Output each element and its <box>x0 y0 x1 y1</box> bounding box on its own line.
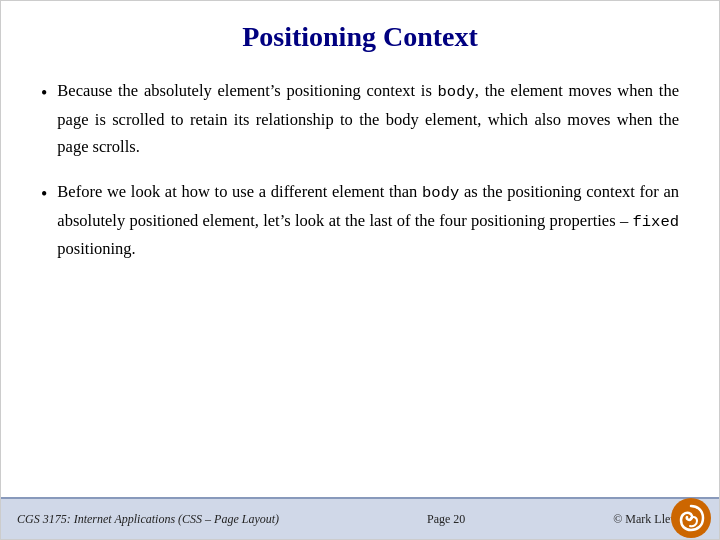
footer: CGS 3175: Internet Applications (CSS – P… <box>1 497 719 539</box>
bullet-item-1: • Because the absolutely element’s posit… <box>41 77 679 160</box>
slide-content: Positioning Context • Because the absolu… <box>1 1 719 497</box>
footer-center: Page 20 <box>427 512 465 527</box>
code-fixed: fixed <box>632 213 679 231</box>
bullet-section: • Because the absolutely element’s posit… <box>41 77 679 262</box>
slide-title: Positioning Context <box>41 21 679 53</box>
bullet-text-2: Before we look at how to use a different… <box>57 178 679 262</box>
footer-left: CGS 3175: Internet Applications (CSS – P… <box>17 512 279 527</box>
slide: Positioning Context • Because the absolu… <box>0 0 720 540</box>
bullet-item-2: • Before we look at how to use a differe… <box>41 178 679 262</box>
code-body-2: body <box>422 184 459 202</box>
logo-svg <box>671 498 711 538</box>
bullet-dot-1: • <box>41 79 47 109</box>
code-body-1: body <box>438 83 475 101</box>
footer-logo <box>671 498 711 538</box>
bullet-text-1: Because the absolutely element’s positio… <box>57 77 679 160</box>
bullet-dot-2: • <box>41 180 47 210</box>
